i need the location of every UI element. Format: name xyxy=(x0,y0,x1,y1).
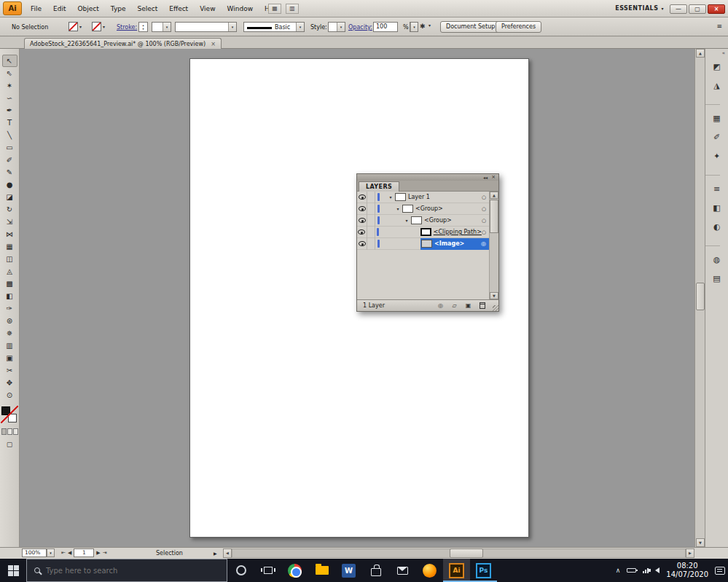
blend-tool[interactable]: ⊛ xyxy=(2,315,17,327)
shape-builder-tool[interactable]: ◫ xyxy=(2,253,17,265)
target-icon[interactable]: ○ xyxy=(482,206,486,212)
taskbar-search-box[interactable] xyxy=(26,559,227,582)
layer-row-clipping-path[interactable]: <Clipping Path> ○ xyxy=(357,227,489,238)
symbol-sprayer-tool[interactable]: ✵ xyxy=(2,327,17,339)
rotate-tool[interactable]: ↻ xyxy=(2,203,17,216)
delete-layer-button[interactable] xyxy=(477,301,488,310)
layer-label[interactable]: <Group> xyxy=(424,217,452,224)
search-input[interactable] xyxy=(46,567,206,575)
preferences-button[interactable]: Preferences xyxy=(496,21,541,33)
paintbrush-tool[interactable]: ✐ xyxy=(2,154,17,166)
target-icon[interactable]: ○ xyxy=(482,218,486,224)
eraser-tool[interactable]: ◪ xyxy=(2,191,17,203)
scroll-right-icon[interactable]: ▶ xyxy=(686,548,694,558)
chevron-down-icon[interactable]: ▾ xyxy=(428,23,431,28)
fill-stroke-widget[interactable] xyxy=(1,406,17,422)
layer-row-main[interactable]: Layer 1 ○ xyxy=(394,192,489,203)
target-icon[interactable]: ○ xyxy=(482,194,486,200)
layer-thumbnail[interactable] xyxy=(395,193,406,201)
app-logo-icon[interactable]: Ai xyxy=(3,1,22,15)
apps-grid-icon[interactable]: ▦ xyxy=(268,4,281,14)
scrollbar-thumb[interactable] xyxy=(490,200,498,233)
minimize-button[interactable]: — xyxy=(670,4,687,14)
menu-effect[interactable]: Effect xyxy=(163,0,194,17)
volume-icon[interactable] xyxy=(655,567,659,573)
spin-down-icon[interactable]: ▾ xyxy=(142,27,144,31)
chrome-button[interactable] xyxy=(281,559,308,582)
scroll-down-icon[interactable]: ▼ xyxy=(696,538,705,547)
close-tab-icon[interactable]: × xyxy=(211,41,216,47)
expander-icon[interactable]: ▾ xyxy=(403,218,410,223)
gradient-icon[interactable]: ◧ xyxy=(708,200,726,216)
word-button[interactable]: W xyxy=(335,559,362,582)
lock-toggle[interactable] xyxy=(367,227,375,238)
layer-label[interactable]: Layer 1 xyxy=(408,194,430,200)
gradient-tool[interactable]: ◧ xyxy=(2,290,17,302)
perspective-grid-tool[interactable]: ◬ xyxy=(2,265,17,278)
tray-chevron-up-icon[interactable]: ∧ xyxy=(616,567,621,574)
start-button[interactable] xyxy=(0,559,26,582)
variable-width-profile-dropdown[interactable]: ▾ xyxy=(175,22,237,32)
menu-file[interactable]: File xyxy=(25,0,47,17)
layer-row-image[interactable]: <Image> ◎ xyxy=(357,238,489,250)
color-guide-icon[interactable]: ◮ xyxy=(708,78,726,94)
layer-label[interactable]: <Clipping Path> xyxy=(434,229,482,235)
stroke-weight-stepper[interactable]: ▴▾ xyxy=(138,22,148,32)
swatches-icon[interactable]: ▦ xyxy=(708,111,726,127)
first-artboard-icon[interactable]: ⇤ xyxy=(61,550,66,556)
opacity-panel-link[interactable]: Opacity: xyxy=(348,24,372,31)
visibility-toggle[interactable] xyxy=(357,203,367,215)
workspace-switcher[interactable]: ESSENTIALS▾ xyxy=(615,0,664,17)
mail-button[interactable] xyxy=(389,559,416,582)
target-icon[interactable]: ○ xyxy=(482,229,486,235)
layer-row-group1[interactable]: ▾ <Group> ○ xyxy=(357,203,489,215)
horizontal-scrollbar[interactable]: ◀ ▶ xyxy=(223,548,694,558)
network-icon[interactable] xyxy=(643,568,649,573)
taskbar-clock[interactable]: 08:20 14/07/2020 xyxy=(666,562,708,579)
lock-toggle[interactable] xyxy=(367,215,375,227)
chevron-down-icon[interactable]: ▾ xyxy=(228,23,236,31)
task-view-button[interactable] xyxy=(254,559,281,582)
recolor-artwork-icon[interactable]: ✱ xyxy=(420,23,426,30)
layer-row-group2[interactable]: ▾ <Group> ○ xyxy=(357,215,489,227)
fill-color-combo[interactable]: ▾ xyxy=(69,22,82,31)
zoom-level-input[interactable]: 100% xyxy=(22,548,47,557)
new-layer-button[interactable]: ▣ xyxy=(463,301,474,310)
photoshop-button[interactable]: Ps xyxy=(470,559,497,582)
brushes-icon[interactable]: ✐ xyxy=(708,130,726,146)
opacity-input[interactable]: 100 xyxy=(373,22,398,32)
lock-toggle[interactable] xyxy=(367,203,375,215)
panel-resize-grip[interactable] xyxy=(493,305,498,311)
make-clipping-mask-button[interactable]: ◎ xyxy=(435,301,446,310)
lock-toggle[interactable] xyxy=(367,238,375,250)
type-tool[interactable]: T xyxy=(2,117,17,129)
layer-row-main[interactable]: <Group> ○ xyxy=(402,203,489,215)
symbols-icon[interactable]: ✦ xyxy=(708,149,726,165)
target-selected-icon[interactable]: ◎ xyxy=(481,240,486,247)
close-button[interactable]: × xyxy=(708,4,725,14)
stroke-weight-dropdown[interactable]: ▾ xyxy=(152,22,171,32)
layer-row-main[interactable]: <Group> ○ xyxy=(410,215,489,227)
draw-normal-button[interactable] xyxy=(1,428,7,435)
file-explorer-button[interactable] xyxy=(308,559,335,582)
layer-label[interactable]: <Image> xyxy=(434,240,464,247)
draw-behind-button[interactable] xyxy=(7,428,12,435)
menu-object[interactable]: Object xyxy=(72,0,105,17)
pencil-tool[interactable]: ✎ xyxy=(2,166,17,178)
artboard-number-input[interactable]: 1 xyxy=(74,548,94,557)
slice-tool[interactable]: ✂ xyxy=(2,364,17,377)
menu-window[interactable]: Window xyxy=(222,0,259,17)
layer-thumbnail[interactable] xyxy=(421,240,432,248)
scale-tool[interactable]: ⇲ xyxy=(2,216,17,228)
layer-row-main[interactable]: <Image> ◎ xyxy=(420,238,489,250)
tab-layers[interactable]: LAYERS xyxy=(359,181,399,192)
mesh-tool[interactable]: ▩ xyxy=(2,278,17,290)
menu-edit[interactable]: Edit xyxy=(47,0,71,17)
menu-select[interactable]: Select xyxy=(131,0,163,17)
visibility-toggle[interactable] xyxy=(357,227,367,238)
column-graph-tool[interactable]: ▥ xyxy=(2,339,17,352)
hand-tool[interactable]: ✥ xyxy=(2,377,17,389)
brush-definition-dropdown[interactable]: Basic ▾ xyxy=(243,22,305,32)
menu-type[interactable]: Type xyxy=(105,0,132,17)
scroll-up-icon[interactable]: ▲ xyxy=(490,192,498,199)
